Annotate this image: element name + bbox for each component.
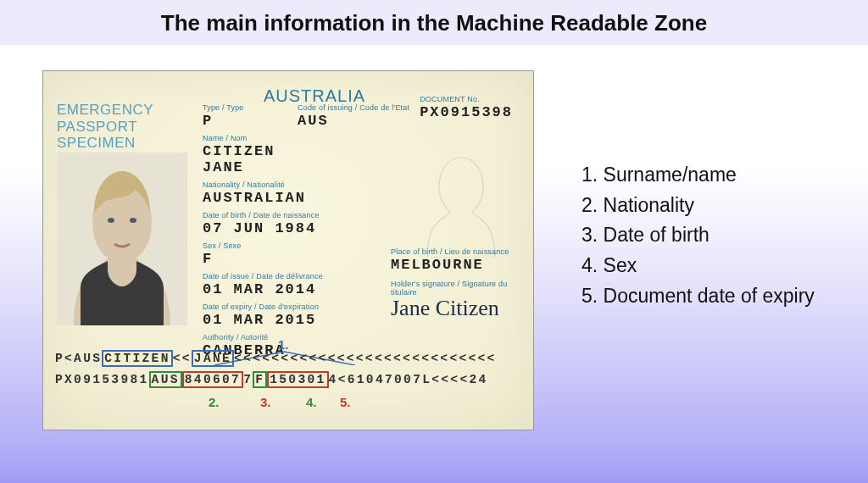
svg-point-2	[130, 218, 136, 223]
legend-number: 3.	[581, 224, 598, 246]
mrz-l2-sex: F	[253, 371, 267, 388]
title-bar: The main information in the Machine Read…	[0, 0, 868, 45]
mrz-l2-dob: 840607	[182, 371, 243, 388]
place-of-birth-block: Place of birth / Lieu de naissance MELBO…	[391, 247, 509, 273]
specimen-line: EMERGENCY	[57, 102, 153, 119]
person-outline-icon	[415, 139, 508, 258]
mrz-l2-dobck: 7	[243, 373, 253, 386]
mrz-l1-sep: <<	[173, 352, 192, 365]
legend-number: 5.	[581, 285, 598, 307]
mrz-l1-surname: CITIZEN	[102, 350, 172, 367]
callout-2: 2.	[209, 395, 220, 409]
person-icon	[57, 153, 187, 325]
legend-number: 1.	[581, 164, 598, 186]
legend-item: 4. Sex	[581, 251, 815, 281]
fields-column: Type / Type P Code of issuing / Code de …	[203, 103, 323, 364]
document-number-block: DOCUMENT No. PX0915398	[420, 95, 513, 120]
legend-item: 5. Document date of expiry	[581, 281, 815, 312]
field-value-issue: 01 MAR 2014	[203, 281, 323, 297]
page-title: The main information in the Machine Read…	[0, 10, 868, 36]
field-label-issue: Date of issue / Date de délivrance	[203, 272, 323, 280]
callout-1: 1.	[278, 337, 289, 352]
signature-block: Holder's signature / Signature du titula…	[391, 280, 533, 323]
callout-5: 5.	[340, 395, 351, 409]
mrz-line-2: PX09153981AUS8406077F1503014<61047007L<<…	[55, 369, 521, 391]
legend-text: Document date of expiry	[604, 285, 815, 307]
mrz-zone: P<AUSCITIZEN<<JANE<<<<<<<<<<<<<<<<<<<<<<…	[55, 348, 521, 391]
content-row: AUSTRALIA EMERGENCY PASSPORT SPECIMEN DO…	[0, 45, 868, 430]
callout-3: 3.	[260, 395, 271, 409]
field-label-expiry: Date of expiry / Date d'expiration	[203, 303, 323, 311]
legend-number: 2.	[581, 194, 598, 216]
field-label-code: Code of issuing / Code de l'Etat	[298, 103, 409, 112]
field-label-nationality: Nationality / Nationalité	[203, 180, 323, 189]
field-value-surname: CITIZEN	[203, 143, 323, 159]
specimen-line: SPECIMEN	[57, 135, 153, 152]
ghost-photo	[415, 139, 508, 258]
legend-text: Sex	[604, 254, 637, 276]
passport-card: AUSTRALIA EMERGENCY PASSPORT SPECIMEN DO…	[42, 70, 534, 430]
legend-number: 4.	[581, 254, 598, 276]
field-label-name: Name / Nom	[203, 134, 323, 142]
legend-item: 3. Date of birth	[581, 220, 815, 251]
field-value-dob: 07 JUN 1984	[203, 220, 323, 236]
holder-photo	[57, 153, 187, 325]
field-label-authority: Authority / Autorité	[203, 333, 323, 341]
svg-point-1	[108, 218, 114, 223]
mrz-line-1: P<AUSCITIZEN<<JANE<<<<<<<<<<<<<<<<<<<<<<…	[55, 348, 521, 369]
mrz-l1-fill: <<<<<<<<<<<<<<<<<<<<<<<<<<<<	[234, 352, 497, 365]
mrz-l2-tail: 4<61047007L<<<<24	[329, 373, 488, 386]
field-value-sex: F	[203, 251, 323, 267]
field-value-nationality: AUSTRALIAN	[203, 190, 323, 206]
field-label-sex: Sex / Sexe	[203, 242, 323, 250]
mrz-l1-pre: P<AUS	[55, 352, 102, 365]
document-number-label: DOCUMENT No.	[420, 95, 513, 103]
mrz-l1-given: JANE	[192, 350, 234, 367]
field-label-dob: Date of birth / Date de naissance	[203, 211, 323, 219]
field-value-given: JANE	[203, 159, 323, 175]
mrz-l2-exp: 150301	[267, 371, 328, 388]
field-value-pob: MELBOURNE	[391, 257, 509, 273]
document-number-value: PX0915398	[420, 104, 513, 120]
mrz-l2-pre: PX09153981	[55, 373, 149, 386]
field-value-code: AUS	[298, 113, 409, 129]
field-label-pob: Place of birth / Lieu de naissance	[391, 247, 509, 256]
callout-4: 4.	[306, 395, 317, 409]
legend: 1. Surname/name 2. Nationality 3. Date o…	[581, 160, 815, 430]
legend-item: 1. Surname/name	[581, 160, 815, 191]
mrz-l2-nat: AUS	[149, 371, 182, 388]
specimen-line: PASSPORT	[57, 119, 153, 136]
holder-signature: Jane Citizen	[391, 296, 533, 321]
legend-text: Nationality	[604, 194, 694, 216]
legend-text: Date of birth	[604, 224, 709, 246]
field-label-signature: Holder's signature / Signature du titula…	[391, 280, 533, 297]
legend-item: 2. Nationality	[581, 191, 815, 221]
specimen-mark: EMERGENCY PASSPORT SPECIMEN	[57, 102, 153, 152]
field-value-expiry: 01 MAR 2015	[203, 312, 323, 328]
legend-text: Surname/name	[604, 164, 737, 186]
